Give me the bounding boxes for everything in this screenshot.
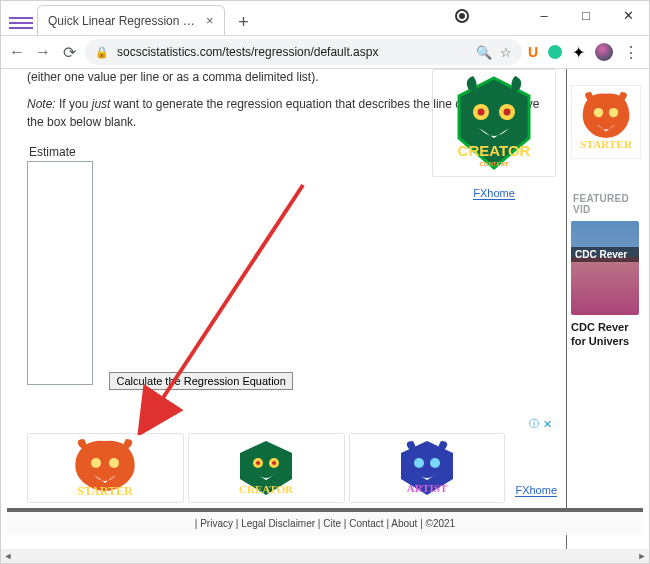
bookmark-star-icon[interactable]: ☆ — [500, 45, 512, 60]
tab-title: Quick Linear Regression Calculat — [48, 14, 198, 28]
footer-legal[interactable]: Legal Disclaimer — [241, 518, 315, 529]
svg-point-6 — [91, 458, 101, 468]
scroll-left-icon[interactable]: ◄ — [1, 549, 15, 563]
svg-point-7 — [109, 458, 119, 468]
featured-video-thumb[interactable]: CDC Rever — [571, 221, 639, 315]
extensions-puzzle-icon[interactable]: ✦ — [572, 43, 585, 62]
svg-text:CONTENT: CONTENT — [480, 161, 509, 167]
svg-point-15 — [430, 458, 440, 468]
svg-point-2 — [478, 109, 485, 116]
starter-logo-icon: STARTER — [60, 437, 150, 499]
profile-avatar[interactable] — [595, 43, 613, 61]
ad-choices: ⓘ ✕ — [529, 417, 552, 431]
footer-copyright: ©2021 — [426, 518, 456, 529]
main-column: (either one value per line or as a comma… — [15, 69, 567, 549]
reload-button[interactable]: ⟳ — [59, 42, 79, 62]
new-tab-button[interactable]: + — [231, 9, 257, 35]
estimate-textarea[interactable] — [27, 161, 93, 385]
footer-about[interactable]: About — [391, 518, 417, 529]
svg-point-18 — [594, 108, 603, 117]
ad-close-icon[interactable]: ✕ — [543, 418, 552, 431]
window-maximize-button[interactable]: □ — [565, 1, 607, 29]
lock-icon: 🔒 — [95, 46, 109, 59]
rail-ad-starter[interactable]: STARTER — [571, 85, 641, 159]
window-minimize-button[interactable]: – — [523, 1, 565, 29]
ad-top-link[interactable]: FXhome — [473, 187, 515, 200]
creator-small-logo-icon: CREATOR — [226, 437, 306, 499]
calculate-regression-button[interactable]: Calculate the Regression Equation — [109, 372, 292, 390]
ad-cell-creator[interactable]: CREATOR — [188, 433, 345, 503]
browser-titlebar: Quick Linear Regression Calculat × + – □… — [1, 1, 649, 35]
window-horizontal-scrollbar[interactable]: ◄ ► — [1, 549, 649, 563]
starter-large-logo-icon: STARTER — [574, 88, 638, 156]
window-close-button[interactable]: ✕ — [607, 1, 649, 29]
viewport-content: (either one value per line or as a comma… — [1, 69, 649, 549]
browser-toolbar: ← → ⟳ 🔒 socscistatistics.com/tests/regre… — [1, 35, 649, 69]
footer-contact[interactable]: Contact — [349, 518, 383, 529]
app-menu-icon[interactable] — [9, 11, 33, 35]
footer-cite[interactable]: Cite — [323, 518, 341, 529]
svg-text:ARTIST: ARTIST — [407, 482, 448, 494]
creator-logo-icon: CREATOR CONTENT — [439, 72, 549, 172]
chrome-menu-icon[interactable]: ⋮ — [623, 43, 639, 62]
ad-cell-artist[interactable]: ARTIST — [349, 433, 506, 503]
scroll-right-icon[interactable]: ► — [635, 549, 649, 563]
svg-text:CREATOR: CREATOR — [458, 142, 531, 159]
ad-top-right: CREATOR CONTENT FXhome — [432, 69, 556, 201]
ad-row: STARTER CREATOR — [27, 433, 557, 503]
right-rail: STARTER FEATURED VID CDC Rever CDC Rever… — [569, 69, 643, 549]
address-bar[interactable]: 🔒 socscistatistics.com/tests/regression/… — [85, 39, 522, 65]
svg-text:CREATOR: CREATOR — [239, 483, 294, 495]
svg-point-11 — [256, 461, 260, 465]
video-overlay-text: CDC Rever — [571, 247, 639, 262]
footer-privacy[interactable]: Privacy — [200, 518, 233, 529]
svg-point-3 — [504, 109, 511, 116]
video-caption[interactable]: CDC Rever for Univers — [571, 321, 641, 349]
scroll-track[interactable] — [15, 549, 635, 563]
featured-header: FEATURED VID — [573, 193, 643, 215]
tab-close-icon[interactable]: × — [206, 13, 214, 28]
url-text: socscistatistics.com/tests/regression/de… — [117, 45, 468, 59]
artist-logo-icon: ARTIST — [387, 437, 467, 499]
extension-grammarly-icon[interactable] — [548, 45, 562, 59]
svg-point-14 — [414, 458, 424, 468]
svg-point-19 — [609, 108, 618, 117]
recording-indicator-icon[interactable] — [455, 9, 469, 23]
extension-u-icon[interactable]: U — [528, 44, 538, 60]
svg-point-12 — [272, 461, 276, 465]
search-in-page-icon[interactable]: 🔍 — [476, 45, 492, 60]
note-emphasis: just — [92, 97, 111, 111]
note-label: Note: — [27, 97, 56, 111]
svg-text:STARTER: STARTER — [78, 484, 134, 498]
ad-cell-starter[interactable]: STARTER — [27, 433, 184, 503]
ad-info-icon[interactable]: ⓘ — [529, 417, 539, 431]
svg-text:STARTER: STARTER — [580, 138, 633, 150]
ad-card-creator[interactable]: CREATOR CONTENT — [432, 69, 556, 177]
ad-row-link[interactable]: FXhome — [515, 484, 557, 497]
annotation-arrow-icon — [103, 175, 323, 435]
browser-tab[interactable]: Quick Linear Regression Calculat × — [37, 5, 225, 35]
back-button[interactable]: ← — [7, 42, 27, 62]
page-footer: | Privacy | Legal Disclaimer | Cite | Co… — [7, 508, 643, 535]
forward-button[interactable]: → — [33, 42, 53, 62]
